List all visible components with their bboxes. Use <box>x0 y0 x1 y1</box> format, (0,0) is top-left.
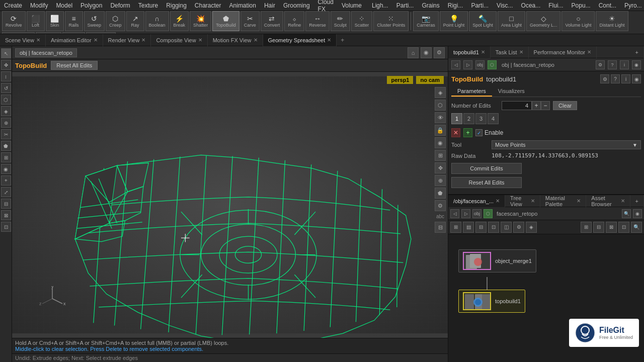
rb-t-btn-5[interactable]: ◫ <box>501 222 512 233</box>
tool-ray[interactable]: ↗Ray <box>126 11 144 31</box>
viewport-path-btn[interactable]: obj | facescan_retopo <box>15 48 77 57</box>
vp-icon-1[interactable]: ◈ <box>435 87 446 98</box>
left-tool-9[interactable]: ⬟ <box>1 141 11 151</box>
tool-sweep[interactable]: ↺Sweep <box>84 11 105 31</box>
rb-t-btn-snap[interactable]: ⊟ <box>593 222 604 233</box>
left-tool-12[interactable]: ⌖ <box>1 175 11 186</box>
left-tool-8[interactable]: ✂ <box>1 129 11 139</box>
menu-character[interactable]: Character <box>191 1 225 10</box>
tab-motion-fx-close[interactable]: ✕ <box>254 37 258 43</box>
tool-scatter[interactable]: ⁘Scatter <box>351 11 373 31</box>
tb-icon-2[interactable]: ? <box>611 74 620 83</box>
left-tool-16[interactable]: ⊡ <box>1 222 11 232</box>
tab-render-view-close[interactable]: ✕ <box>141 37 145 43</box>
menu-parti1[interactable]: Parti... <box>392 1 418 10</box>
tool-revolve[interactable]: ⟳Revolve <box>2 11 26 31</box>
menu-texture[interactable]: Texture <box>134 1 162 10</box>
left-tool-14[interactable]: ⊟ <box>1 199 11 209</box>
vp-icon-8[interactable]: ⊕ <box>435 175 446 186</box>
vp-icon-3[interactable]: 👁 <box>435 112 446 123</box>
tab-topobuild1[interactable]: topobuild1 ✕ <box>448 46 491 58</box>
rb-obj-icon[interactable]: obj <box>472 209 481 218</box>
tab-performance-monitor[interactable]: Performance Monitor ✕ <box>529 46 597 58</box>
rb-t-btn-1[interactable]: ⊞ <box>450 222 461 233</box>
rb-eye-icon[interactable]: ◉ <box>633 209 642 218</box>
viewport-gear-icon[interactable]: ⚙ <box>434 47 445 58</box>
rb-tab-tree-view[interactable]: Tree View ✕ <box>505 195 540 207</box>
left-tool-7[interactable]: ⊕ <box>1 118 11 128</box>
menu-grooming[interactable]: Grooming <box>279 1 314 10</box>
camera-badge[interactable]: persp1 <box>387 76 413 84</box>
left-tool-5[interactable]: ⬡ <box>1 95 11 105</box>
vp-icon-2[interactable]: ⬡ <box>435 100 446 111</box>
node-topobuild1[interactable]: topobuild1 <box>458 290 525 313</box>
tab-animation-editor-close[interactable]: ✕ <box>94 37 98 43</box>
rb-t-btn-zoom[interactable]: 🔍 <box>631 222 642 233</box>
left-tool-3[interactable]: ↕ <box>1 71 11 81</box>
menu-visc[interactable]: Visc... <box>493 1 517 10</box>
tool-distant-light[interactable]: ☀Distant Light <box>596 11 628 31</box>
left-tool-6[interactable]: ◈ <box>1 106 11 116</box>
display-badge[interactable]: no cam <box>416 76 444 84</box>
rb-forward-icon[interactable]: ▷ <box>461 209 470 218</box>
left-tool-13[interactable]: ⤢ <box>1 187 11 197</box>
tb-icon-3[interactable]: i <box>621 74 630 83</box>
rb-node-icon[interactable]: ⬡ <box>484 209 493 218</box>
tab-performance-monitor-close[interactable]: ✕ <box>587 49 591 55</box>
tool-select-dropdown[interactable]: Move Points ▼ <box>492 140 641 149</box>
tool-volume-light[interactable]: ○Volume Light <box>561 11 595 31</box>
tb-icon-1[interactable]: ⚙ <box>600 74 609 83</box>
tab-task-list[interactable]: Task List ✕ <box>491 46 529 58</box>
tool-convert[interactable]: ⇄Convert <box>261 11 284 31</box>
tool-skin[interactable]: ⬜Skin <box>46 11 64 31</box>
tool-point-light[interactable]: 💡Point Light <box>440 11 468 31</box>
rh-obj-icon[interactable]: obj <box>475 60 485 69</box>
rb-search-icon[interactable]: 🔍 <box>622 209 631 218</box>
tool-geometry-light[interactable]: ◇Geometry L... <box>526 11 561 31</box>
viewport-canvas[interactable]: persp1 no cam ◈ ⬡ 👁 🔒 ◉ ⊞ ✥ ⊕ ⬟ ⚙ abc ⊟ <box>12 72 448 338</box>
clear-button[interactable]: Clear <box>553 101 577 110</box>
menu-deform[interactable]: Deform <box>106 1 134 10</box>
vp-icon-10[interactable]: ⚙ <box>435 200 446 211</box>
rb-t-btn-dist[interactable]: ⊡ <box>618 222 629 233</box>
tab-add-button[interactable]: + <box>337 35 348 45</box>
tool-shatter[interactable]: 💥Shatter <box>190 11 211 31</box>
tab-task-list-close[interactable]: ✕ <box>519 49 523 55</box>
pv-tab-parameters[interactable]: Parameters <box>451 86 492 97</box>
rh-gear-icon[interactable]: ⚙ <box>596 60 605 69</box>
tab-scene-view[interactable]: Scene View ✕ <box>0 34 46 46</box>
menu-hair[interactable]: Hair <box>260 1 279 10</box>
vp-icon-5[interactable]: ◉ <box>435 137 446 148</box>
menu-volume[interactable]: Volume <box>338 1 366 10</box>
tool-topobuild[interactable]: ⬟TopoBuild <box>212 11 239 31</box>
num-tab-4[interactable]: 4 <box>488 113 499 124</box>
rb-t-btn-3[interactable]: ⊟ <box>475 222 487 233</box>
num-tab-2[interactable]: 2 <box>463 113 474 124</box>
tool-sculpt[interactable]: ✏Sculpt <box>331 11 350 31</box>
node-object-merge1[interactable]: object_merge1 <box>458 249 536 273</box>
left-tool-10[interactable]: ⊞ <box>1 152 11 162</box>
tool-area-light[interactable]: □Area Light <box>498 11 525 31</box>
num-edits-decrement-btn[interactable]: − <box>541 101 550 110</box>
num-tab-1[interactable]: 1 <box>451 113 462 124</box>
tab-add-right[interactable]: + <box>630 46 644 58</box>
tool-boolean[interactable]: ∩Boolean <box>145 11 169 31</box>
menu-rigging[interactable]: Rigging <box>162 1 191 10</box>
tool-cluster-points[interactable]: ⁙Cluster Points <box>373 11 409 31</box>
tool-loft[interactable]: ⬛Loft <box>27 11 45 31</box>
tab-topobuild1-close[interactable]: ✕ <box>481 49 485 55</box>
vp-icon-9[interactable]: ⬟ <box>435 188 446 199</box>
tab-scene-view-close[interactable]: ✕ <box>36 37 40 43</box>
left-tool-11[interactable]: ◉ <box>1 164 11 174</box>
tool-cameras[interactable]: 📷Cameras <box>413 11 439 31</box>
menu-ocea[interactable]: Ocea... <box>517 1 545 10</box>
menu-create[interactable]: Create <box>0 1 26 10</box>
menu-polygon[interactable]: Polygon <box>76 1 106 10</box>
tab-motion-fx[interactable]: Motion FX View ✕ <box>208 34 263 46</box>
left-tool-15[interactable]: ⊠ <box>1 210 11 220</box>
edit-add-btn[interactable]: + <box>463 128 472 137</box>
rb-tab-facescan[interactable]: /obj/facescan_... ✕ <box>448 195 505 207</box>
vp-icon-6[interactable]: ⊞ <box>435 150 446 161</box>
rh-question-icon[interactable]: ? <box>608 60 617 69</box>
menu-popu[interactable]: Popu... <box>568 1 595 10</box>
